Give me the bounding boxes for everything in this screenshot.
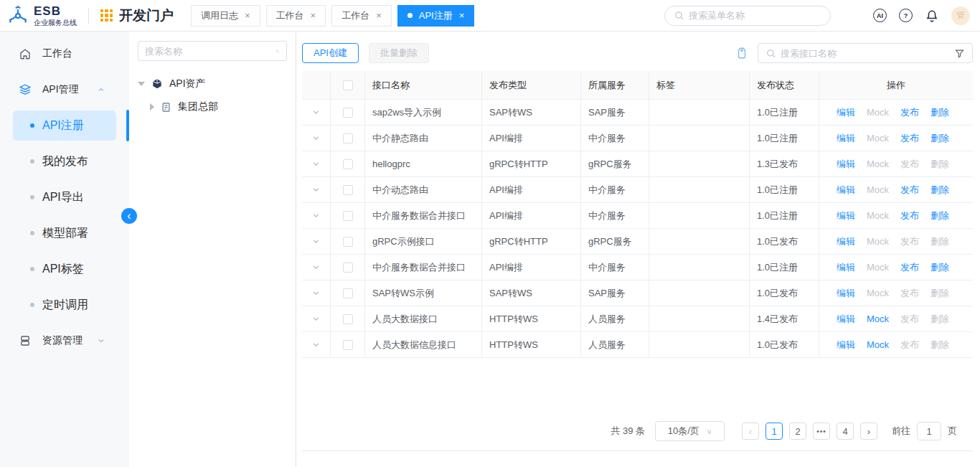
row-checkbox[interactable] bbox=[343, 288, 353, 298]
action-link-编辑[interactable]: 编辑 bbox=[837, 106, 855, 119]
cell-name: gRPC示例接口 bbox=[365, 229, 482, 255]
row-expand-chevron-icon[interactable] bbox=[311, 185, 321, 194]
action-link-编辑[interactable]: 编辑 bbox=[837, 158, 855, 171]
action-link-发布[interactable]: 发布 bbox=[900, 106, 919, 119]
action-link-发布[interactable]: 发布 bbox=[900, 184, 919, 197]
filter-funnel-icon[interactable] bbox=[954, 48, 965, 59]
goto-page-input[interactable] bbox=[917, 422, 941, 440]
tab-close-icon[interactable]: × bbox=[459, 11, 465, 20]
row-expand-chevron-icon[interactable] bbox=[311, 108, 321, 117]
row-expand-chevron-icon[interactable] bbox=[311, 288, 321, 298]
cell-actions: 编辑Mock发布删除 bbox=[819, 255, 973, 280]
action-link-删除[interactable]: 删除 bbox=[930, 106, 949, 119]
action-link-编辑[interactable]: 编辑 bbox=[837, 339, 855, 352]
chevron-down-icon bbox=[97, 336, 116, 345]
col-header-tag: 标签 bbox=[649, 71, 750, 100]
checkbox-cell bbox=[331, 332, 365, 358]
tag-icon[interactable] bbox=[735, 47, 748, 60]
sidebar-subitem-我的发布[interactable]: 我的发布 bbox=[0, 143, 129, 179]
api-create-button[interactable]: API创建 bbox=[302, 43, 359, 63]
esb-network-icon bbox=[7, 5, 29, 27]
page-button-4[interactable]: 4 bbox=[837, 423, 854, 440]
action-link-编辑[interactable]: 编辑 bbox=[837, 261, 855, 274]
action-link-发布[interactable]: 发布 bbox=[900, 132, 919, 145]
sidebar-item-API管理[interactable]: API管理 bbox=[0, 72, 129, 108]
col-header-type: 发布类型 bbox=[482, 71, 581, 100]
sidebar-subitem-定时调用[interactable]: 定时调用 bbox=[0, 287, 129, 323]
action-link-Mock[interactable]: Mock bbox=[867, 313, 889, 324]
action-link-删除[interactable]: 删除 bbox=[930, 184, 949, 197]
tree-node-api-assets[interactable]: API资产 bbox=[138, 72, 287, 95]
panel-collapse-toggle[interactable]: ‹ bbox=[121, 208, 137, 224]
caret-down-icon[interactable] bbox=[138, 82, 145, 86]
row-checkbox[interactable] bbox=[343, 237, 353, 247]
row-checkbox[interactable] bbox=[343, 159, 353, 169]
row-expand-chevron-icon[interactable] bbox=[311, 340, 321, 349]
action-link-删除[interactable]: 删除 bbox=[930, 209, 949, 222]
api-search-box[interactable] bbox=[758, 43, 973, 63]
ai-assistant-icon[interactable]: AI bbox=[873, 9, 887, 22]
row-checkbox[interactable] bbox=[343, 263, 353, 273]
tab-4-active[interactable]: API注册× bbox=[397, 5, 475, 27]
sidebar-item-工作台[interactable]: 工作台 bbox=[0, 36, 129, 72]
sidebar-subitem-API标签[interactable]: API标签 bbox=[0, 251, 129, 287]
menu-search-input[interactable] bbox=[689, 10, 821, 21]
action-link-编辑[interactable]: 编辑 bbox=[837, 209, 855, 222]
notification-bell-icon[interactable] bbox=[925, 9, 939, 23]
cell-status: 1.0已注册 bbox=[750, 100, 819, 126]
row-checkbox[interactable] bbox=[343, 340, 353, 350]
tab-2[interactable]: 工作台× bbox=[266, 5, 326, 27]
action-link-编辑[interactable]: 编辑 bbox=[837, 184, 855, 197]
action-link-删除[interactable]: 删除 bbox=[930, 261, 949, 274]
help-icon[interactable]: ? bbox=[899, 9, 913, 22]
action-link-发布[interactable]: 发布 bbox=[900, 261, 919, 274]
row-expand-chevron-icon[interactable] bbox=[311, 263, 321, 272]
row-checkbox[interactable] bbox=[343, 185, 353, 195]
action-link-编辑[interactable]: 编辑 bbox=[837, 132, 855, 145]
action-link-编辑[interactable]: 编辑 bbox=[837, 313, 855, 326]
sidebar-subitem-API导出[interactable]: API导出 bbox=[0, 179, 129, 215]
row-expand-chevron-icon[interactable] bbox=[311, 133, 321, 143]
table-row: gRPC示例接口gRPC转HTTPgRPC服务1.0已发布编辑Mock发布删除 bbox=[302, 229, 973, 255]
tab-1[interactable]: 调用日志× bbox=[191, 5, 260, 27]
sidebar-subitem-API注册[interactable]: API注册 bbox=[0, 108, 129, 143]
sidebar-subitem-label: API标签 bbox=[42, 262, 84, 277]
row-expand-chevron-icon[interactable] bbox=[311, 159, 321, 169]
row-expand-chevron-icon[interactable] bbox=[311, 237, 321, 246]
tab-close-icon[interactable]: × bbox=[311, 11, 316, 20]
row-expand-chevron-icon[interactable] bbox=[311, 314, 321, 324]
page-button-2[interactable]: 2 bbox=[789, 423, 806, 440]
row-checkbox[interactable] bbox=[343, 108, 353, 118]
row-checkbox[interactable] bbox=[343, 133, 353, 143]
row-checkbox[interactable] bbox=[343, 314, 353, 324]
page-ellipsis-button[interactable]: ••• bbox=[813, 423, 830, 440]
menu-search-box[interactable] bbox=[664, 6, 831, 26]
action-link-发布[interactable]: 发布 bbox=[900, 209, 919, 222]
row-checkbox[interactable] bbox=[343, 211, 353, 221]
page-button-1[interactable]: 1 bbox=[765, 423, 783, 440]
sidebar-subitem-模型部署[interactable]: 模型部署 bbox=[0, 215, 129, 251]
batch-delete-button[interactable]: 批量删除 bbox=[369, 43, 429, 63]
user-avatar[interactable]: 管 bbox=[951, 6, 970, 25]
cell-name: 中介服务数据合并接口 bbox=[365, 203, 482, 229]
tab-close-icon[interactable]: × bbox=[376, 11, 382, 20]
cell-name: 中介服务数据合并接口 bbox=[365, 255, 482, 280]
action-link-Mock[interactable]: Mock bbox=[867, 339, 889, 350]
action-link-删除[interactable]: 删除 bbox=[930, 132, 949, 145]
api-search-input[interactable] bbox=[781, 48, 950, 59]
cell-name: 人员大数据接口 bbox=[365, 306, 482, 332]
caret-right-icon[interactable] bbox=[150, 103, 154, 110]
select-all-checkbox[interactable] bbox=[343, 80, 353, 90]
subitem-pill: 模型部署 bbox=[13, 218, 116, 248]
next-page-button[interactable]: › bbox=[860, 423, 877, 440]
row-expand-chevron-icon[interactable] bbox=[311, 211, 321, 220]
tab-close-icon[interactable]: × bbox=[245, 11, 250, 20]
tree-node-group-hq[interactable]: 集团总部 bbox=[138, 95, 287, 118]
action-link-编辑[interactable]: 编辑 bbox=[837, 235, 855, 248]
tab-3[interactable]: 工作台× bbox=[331, 5, 392, 27]
sidebar-item-资源管理[interactable]: 资源管理 bbox=[0, 323, 129, 359]
action-link-编辑[interactable]: 编辑 bbox=[837, 287, 855, 300]
page-size-select[interactable]: 10条/页 ∨ bbox=[655, 421, 725, 441]
tree-search-input[interactable] bbox=[145, 46, 271, 57]
tree-search-box[interactable] bbox=[138, 41, 287, 61]
